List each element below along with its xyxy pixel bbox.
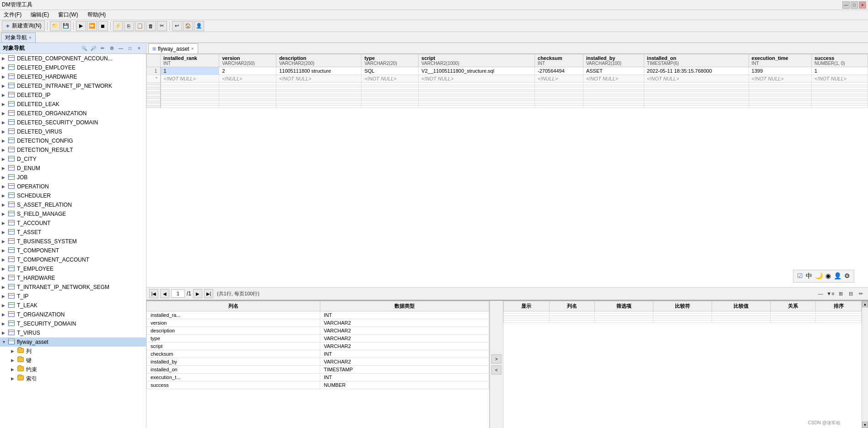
menu-window[interactable]: 窗口(W) (56, 10, 80, 20)
cell-success[interactable]: 1 (811, 67, 868, 75)
cell-type[interactable]: SQL (361, 67, 419, 75)
sidebar-square-btn[interactable]: □ (126, 44, 134, 53)
tree-item-flyway-asset[interactable]: ▼ flyway_asset (0, 337, 146, 347)
col-row[interactable]: scriptVARCHAR2 (147, 342, 489, 350)
save-button[interactable]: 💾 (61, 21, 71, 31)
cell-checksum[interactable]: -270564494 (535, 67, 583, 75)
cell-new-type[interactable]: <!NOT NULL> (361, 75, 419, 83)
overlay-icon-gear[interactable]: ⚙ (844, 272, 850, 280)
overlay-icon-person[interactable]: 👤 (834, 272, 841, 280)
tree-item-deleted-org[interactable]: ▶ DELETED_ORGANIZATION (0, 109, 146, 118)
col-header-installed-on[interactable]: installed_on TIMESTAMP(6) (644, 54, 749, 67)
cell-new-execution-time[interactable]: <!NOT NULL> (749, 75, 811, 83)
data-table-area[interactable]: installed_rank INT version VARCHAR2(50) … (146, 54, 868, 287)
tree-item-t-org[interactable]: ▶ T_ORGANIZATION (0, 310, 146, 319)
tree-item-d-enum[interactable]: ▶ D_ENUM (0, 164, 146, 173)
tree-item-operation[interactable]: ▶ OPERATION (0, 182, 146, 191)
tree-item-t-employee[interactable]: ▶ T_EMPLOYEE (0, 264, 146, 273)
pag-icon-1[interactable]: — (816, 289, 825, 298)
tree-item-s-field-manage[interactable]: ▶ S_FIELD_MANAGE (0, 209, 146, 219)
format-button[interactable]: ⚡ (113, 21, 123, 31)
tree-item-detection-config[interactable]: ▶ DETECTION_CONFIG (0, 136, 146, 145)
data-row-1[interactable]: 1 1 2 11005111800 structure SQL V2__1100… (147, 67, 868, 75)
col-row[interactable]: installed_onTIMESTAMP (147, 366, 489, 374)
sidebar-edit-btn[interactable]: ✏ (98, 44, 107, 53)
overlay-icon-zh[interactable]: 中 (806, 272, 812, 280)
copy-button[interactable]: ⎘ (124, 21, 134, 31)
cell-installed-by[interactable]: ASSET (583, 67, 644, 75)
cell-new-success[interactable]: <!NOT NULL> (811, 75, 868, 83)
col-row[interactable]: installed_ra...INT (147, 311, 489, 319)
sidebar-search-btn-1[interactable]: 🔍 (80, 44, 88, 53)
stop-button[interactable]: ⏹ (98, 21, 108, 31)
data-row-new[interactable]: * <!NOT NULL> <!NULL> <!NOT NULL> <!NOT … (147, 75, 868, 83)
scroll-up-button[interactable]: ▲ (862, 301, 868, 307)
page-prev-button[interactable]: ◀ (160, 289, 169, 298)
tree-item-job[interactable]: ▶ JOB (0, 173, 146, 182)
col-header-script[interactable]: script VARCHAR2(1000) (419, 54, 535, 67)
tree-item-t-security[interactable]: ▶ T_SECURITY_DOMAIN (0, 319, 146, 328)
col-row[interactable]: versionVARCHAR2 (147, 319, 489, 327)
menu-edit[interactable]: 编辑(E) (29, 10, 51, 20)
col-header-version[interactable]: version VARCHAR2(50) (219, 54, 276, 67)
paste-button[interactable]: 📋 (135, 21, 145, 31)
flyway-asset-tab-close[interactable]: × (191, 46, 194, 51)
col-header-checksum[interactable]: checksum INT (535, 54, 583, 67)
debug-button[interactable]: ⏩ (87, 21, 97, 31)
tree-item-s-asset-relation[interactable]: ▶ S_ASSET_RELATION (0, 200, 146, 209)
tree-item-t-account[interactable]: ▶ T_ACCOUNT (0, 219, 146, 228)
tree-item-deleted-intranet[interactable]: ▶ DELETED_INTRANET_IP_NETWORK (0, 81, 146, 91)
overlay-icon-check[interactable]: ☑ (797, 272, 803, 280)
tree-item-indexes-folder[interactable]: ▶ 索引 (0, 374, 146, 383)
sidebar-minus-btn[interactable]: — (117, 44, 125, 53)
open-folder-button[interactable]: 📁 (50, 21, 60, 31)
tree-item-detection-result[interactable]: ▶ DETECTION_RESULT (0, 145, 146, 155)
cell-new-installed-rank[interactable]: <!NOT NULL> (161, 75, 219, 83)
undo-button[interactable]: ↩ (172, 21, 182, 31)
tree-item-t-intranet[interactable]: ▶ T_INTRANET_IP_NETWORK_SEGM (0, 283, 146, 292)
minimize-button[interactable]: — (842, 1, 850, 9)
col-row[interactable]: checksumINT (147, 350, 489, 358)
arrow-right-button[interactable]: > (491, 354, 501, 364)
tree-item-deleted-leak[interactable]: ▶ DELETED_LEAK (0, 100, 146, 109)
tree-item-t-component[interactable]: ▶ T_COMPONENT (0, 246, 146, 255)
cell-new-installed-by[interactable]: <!NOT NULL> (583, 75, 644, 83)
page-next-button[interactable]: ▶ (193, 289, 202, 298)
flyway-asset-tab[interactable]: ⊞ flyway_asset × (148, 43, 198, 54)
arrow-left-button[interactable]: < (491, 365, 501, 374)
tree-item-columns-folder[interactable]: ▶ 列 (0, 347, 146, 356)
pag-icon-4[interactable]: ✏ (856, 289, 865, 298)
tree-item-keys-folder[interactable]: ▶ 键 (0, 356, 146, 365)
page-first-button[interactable]: |◀ (149, 289, 158, 298)
cell-new-checksum[interactable]: <!NULL> (535, 75, 583, 83)
tree-item-deleted-ip[interactable]: ▶ DELETED_IP (0, 91, 146, 100)
tree-item-t-hardware[interactable]: ▶ T_HARDWARE (0, 273, 146, 283)
maximize-button[interactable]: □ (851, 1, 858, 9)
cell-version[interactable]: 2 (219, 67, 276, 75)
tree-item-t-ip[interactable]: ▶ T_IP (0, 292, 146, 301)
page-number-input[interactable] (171, 289, 185, 298)
cell-new-script[interactable]: <!NOT NULL> (419, 75, 535, 83)
col-row[interactable]: execution_t...INT (147, 374, 489, 381)
tree-item-t-business[interactable]: ▶ T_BUSINESS_SYSTEM (0, 237, 146, 246)
cut-button[interactable]: ✂ (157, 21, 167, 31)
cell-script[interactable]: V2__11005111800_structure.sql (419, 67, 535, 75)
col-row[interactable]: descriptionVARCHAR2 (147, 327, 489, 335)
sidebar-close-btn[interactable]: × (135, 44, 143, 53)
tree-item-deleted-virus[interactable]: ▶ DELETED_VIRUS (0, 127, 146, 136)
new-query-button[interactable]: ✦ 新建查询(N) (2, 21, 45, 31)
object-navigator-tab-close[interactable]: × (29, 35, 32, 40)
tree-item-deleted-hardware[interactable]: ▶ DELETED_HARDWARE (0, 72, 146, 81)
col-row[interactable]: successNUMBER (147, 381, 489, 389)
col-header-success[interactable]: success NUMBER(1, 0) (811, 54, 868, 67)
tree-item-d-city[interactable]: ▶ D_CITY (0, 155, 146, 164)
pag-icon-3[interactable]: ⊟ (846, 289, 855, 298)
col-row[interactable]: installed_byVARCHAR2 (147, 358, 489, 366)
tree-item-t-asset[interactable]: ▶ T_ASSET (0, 228, 146, 237)
pag-icon-2[interactable]: ⊞ (836, 289, 845, 298)
tree-item-deleted-employee[interactable]: ▶ DELETED_EMPLOYEE (0, 63, 146, 72)
sidebar-search-btn-2[interactable]: 🔎 (89, 44, 97, 53)
page-last-button[interactable]: ▶| (204, 289, 213, 298)
cell-new-installed-on[interactable]: <!NOT NULL> (644, 75, 749, 83)
scroll-down-button[interactable]: ▼ (862, 422, 868, 428)
